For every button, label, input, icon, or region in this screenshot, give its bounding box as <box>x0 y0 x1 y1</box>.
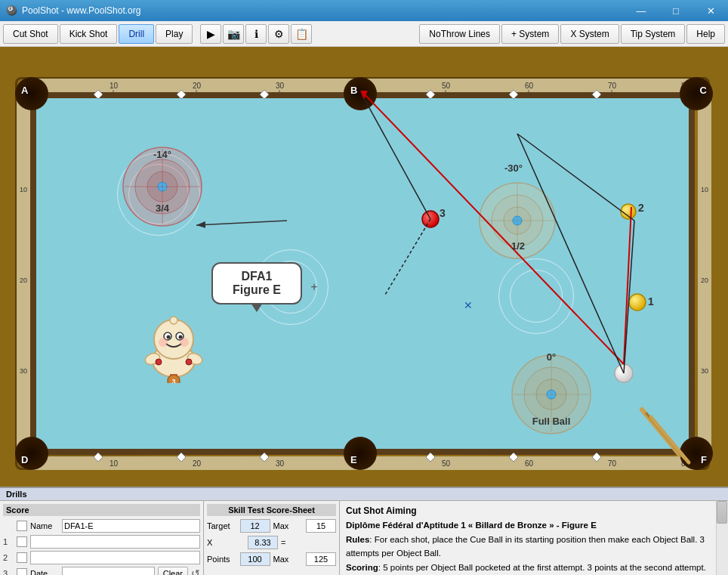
rules-label: Rules <box>346 535 369 544</box>
score-checkbox-2[interactable] <box>17 552 27 563</box>
minimize-button[interactable]: — <box>624 0 659 21</box>
svg-text:50: 50 <box>442 459 451 468</box>
ruler-left: 0 10 20 30 40 <box>17 92 30 455</box>
pocket-c <box>680 77 713 110</box>
svg-text:60: 60 <box>525 82 534 90</box>
points-max-input[interactable] <box>306 552 336 566</box>
svg-text:50: 50 <box>442 82 451 90</box>
pocket-label-c: C <box>700 85 707 96</box>
points-label: Points <box>207 555 237 564</box>
pocket-e <box>344 437 377 470</box>
svg-text:10: 10 <box>110 82 119 90</box>
points-input[interactable] <box>240 552 270 566</box>
svg-text:60: 60 <box>525 459 534 468</box>
info-icon-button[interactable]: ℹ <box>245 24 267 44</box>
speech-bubble: DFA1 Figure E <box>211 262 302 305</box>
speech-bubble-line2: Figure E <box>224 283 290 297</box>
tip-system-button[interactable]: Tip System <box>621 24 686 44</box>
target-input[interactable] <box>240 519 270 533</box>
svg-text:30: 30 <box>701 367 708 375</box>
drills-header: Drills <box>0 488 728 501</box>
pocket-label-a: A <box>21 85 28 96</box>
info-title: Cut Shot Aiming <box>346 504 713 518</box>
score-input-1[interactable] <box>30 535 200 549</box>
svg-point-105 <box>179 335 183 339</box>
nothrow-lines-button[interactable]: NoThrow Lines <box>419 24 500 44</box>
score-checkbox-name[interactable] <box>17 521 27 531</box>
score-title: Score <box>3 504 200 516</box>
svg-point-108 <box>170 317 177 324</box>
pocket-label-f: F <box>701 454 707 465</box>
date-label: Date <box>30 569 59 575</box>
refresh-icon: ↺ <box>191 567 200 575</box>
svg-text:10: 10 <box>110 459 119 468</box>
pocket-label-b: B <box>350 85 357 96</box>
clear-button[interactable]: Clear <box>158 567 188 575</box>
name-input[interactable] <box>62 519 200 533</box>
scrollbar-thumb[interactable] <box>717 501 727 524</box>
score-row-2: 2 <box>3 551 200 564</box>
svg-point-107 <box>180 338 189 347</box>
svg-text:30: 30 <box>20 367 27 375</box>
scoring-text: : 5 points per Object Ball pocketed at t… <box>346 563 706 575</box>
skill-x-row: X = <box>207 536 336 549</box>
score-input-2[interactable] <box>30 551 200 564</box>
play-button[interactable]: Play <box>156 24 193 44</box>
skill-target-row: Target Max <box>207 519 336 533</box>
cut-shot-button[interactable]: Cut Shot <box>3 24 58 44</box>
pocket-b <box>344 77 377 110</box>
pocket-f <box>680 437 713 470</box>
points-max-label: Max <box>273 555 304 564</box>
target-label: Target <box>207 521 237 530</box>
svg-text:3: 3 <box>171 378 175 383</box>
app-icon: 🎱 <box>6 5 17 16</box>
camera-icon-button[interactable]: 📷 <box>223 24 244 44</box>
aim-circle-6 <box>510 270 563 323</box>
svg-text:10: 10 <box>701 186 708 193</box>
maximize-button[interactable]: □ <box>659 0 693 21</box>
skill-test-panel: Skill Test Score-Sheet Target Max X = Po… <box>204 501 340 575</box>
skill-points-row: Points Max <box>207 552 336 566</box>
plus-system-button[interactable]: + System <box>501 24 559 44</box>
toolbar: Cut Shot Kick Shot Drill Play ▶ 📷 ℹ ⚙ 📋 … <box>0 21 728 47</box>
info-rules: Rules: For each shot, place the Cue Ball… <box>346 533 713 560</box>
table-felt[interactable] <box>30 92 695 455</box>
drill-button[interactable]: Drill <box>119 24 154 44</box>
pocket-label-e: E <box>350 454 357 465</box>
svg-text:30: 30 <box>276 82 285 90</box>
play-icon-button[interactable]: ▶ <box>200 24 221 44</box>
svg-point-115 <box>186 359 192 365</box>
ruler-right: 0 10 20 30 40 <box>698 92 711 455</box>
score-row-3: 3 Date Clear ↺ <box>3 567 200 575</box>
rules-text: : For each shot, place the Cue Ball in i… <box>346 535 705 557</box>
max-input[interactable] <box>306 519 336 533</box>
skill-x-input[interactable] <box>248 536 278 549</box>
info-panel: Cut Shot Aiming Diplôme Fédéral d'Aptitu… <box>340 501 728 575</box>
help-button[interactable]: Help <box>686 24 725 44</box>
score-checkbox-1[interactable] <box>17 536 27 547</box>
max-label: Max <box>273 521 304 530</box>
speech-bubble-line1: DFA1 <box>224 270 290 283</box>
pocket-label-d: D <box>21 454 28 465</box>
bottom-panel: Drills Score Name 1 2 <box>0 487 728 575</box>
svg-text:70: 70 <box>608 82 617 90</box>
aim-circle-2 <box>128 164 189 224</box>
score-checkbox-3[interactable] <box>17 568 27 575</box>
x-system-button[interactable]: X System <box>560 24 618 44</box>
bottom-content: Score Name 1 2 3 <box>0 501 728 575</box>
kick-shot-button[interactable]: Kick Shot <box>60 24 118 44</box>
titlebar: 🎱 PoolShot - www.PoolShot.org — □ ✕ <box>0 0 728 21</box>
info-scrollbar[interactable] <box>716 501 728 575</box>
pool-table-area[interactable]: 0 10 20 30 40 50 60 70 80 0 10 20 <box>0 47 728 487</box>
clipboard-icon-button[interactable]: 📋 <box>291 24 312 44</box>
app-title: PoolShot - www.PoolShot.org <box>22 5 140 16</box>
pocket-d <box>15 437 48 470</box>
mascot: 3 <box>143 308 204 394</box>
close-button[interactable]: ✕ <box>693 0 728 21</box>
settings-icon-button[interactable]: ⚙ <box>268 24 289 44</box>
info-scoring: Scoring: 5 points per Object Ball pocket… <box>346 561 713 575</box>
date-input[interactable] <box>62 567 155 575</box>
svg-text:10: 10 <box>20 186 27 193</box>
svg-rect-25 <box>698 92 711 455</box>
svg-text:70: 70 <box>608 459 617 468</box>
